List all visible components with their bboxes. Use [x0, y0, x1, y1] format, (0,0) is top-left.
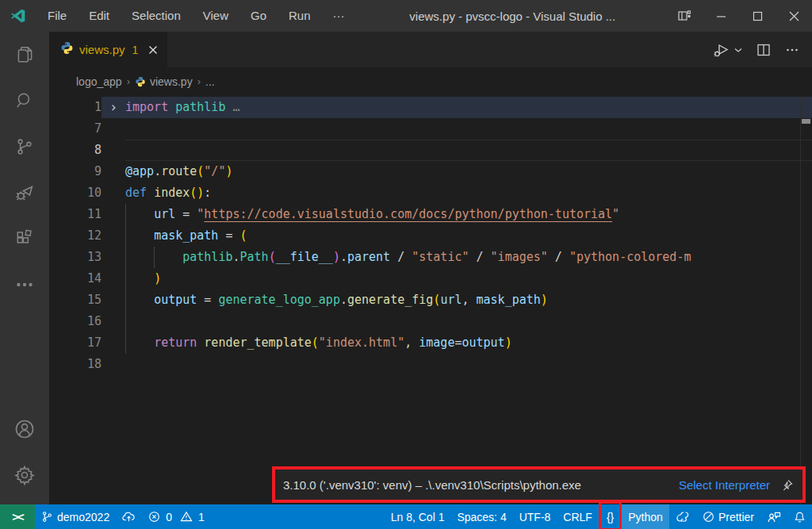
fold-gutter — [102, 247, 125, 268]
formatter-item[interactable]: Prettier — [696, 504, 760, 529]
fold-gutter — [102, 140, 125, 161]
tab-close-icon[interactable] — [148, 45, 158, 55]
split-editor-icon[interactable] — [756, 43, 771, 57]
language-mode-item[interactable]: Python — [622, 504, 669, 529]
remote-indicator[interactable]: >< — [0, 504, 35, 529]
language-mode-icon-annotated[interactable]: {} — [599, 501, 622, 529]
cursor-position-item[interactable]: Ln 8, Col 1 — [385, 504, 451, 529]
python-file-icon — [60, 41, 74, 58]
fold-gutter — [102, 204, 125, 225]
code-text: ) — [125, 268, 812, 289]
code-text — [125, 140, 812, 161]
line-number: 14 — [49, 268, 102, 289]
code-line-11[interactable]: 11 url = "https://code.visualstudio.com/… — [49, 204, 812, 225]
menu-edit[interactable]: Edit — [78, 0, 121, 32]
code-lines: 1›import pathlib …789@app.route("/")10de… — [49, 97, 812, 375]
tab-views-py[interactable]: views.py 1 — [49, 32, 167, 67]
fold-gutter — [102, 118, 125, 140]
code-text: def index(): — [125, 182, 812, 204]
editor-actions — [712, 32, 812, 67]
fold-chevron-icon[interactable]: › — [102, 97, 125, 118]
maximize-button[interactable] — [739, 0, 776, 32]
code-line-1[interactable]: 1›import pathlib … — [49, 97, 812, 118]
run-python-file-icon[interactable] — [712, 41, 742, 59]
code-editor[interactable]: 1›import pathlib …789@app.route("/")10de… — [49, 95, 812, 504]
line-number: 10 — [49, 182, 102, 204]
indentation-item[interactable]: Spaces: 4 — [450, 504, 512, 529]
customize-layout-icon[interactable] — [666, 0, 703, 32]
problems-item[interactable]: 0 1 — [142, 504, 211, 529]
line-number: 15 — [49, 289, 102, 311]
line-number: 1 — [49, 97, 102, 118]
fold-gutter — [102, 182, 125, 204]
python-file-icon — [135, 76, 146, 87]
tab-bar: views.py 1 — [49, 32, 812, 67]
settings-gear-icon[interactable] — [0, 452, 49, 498]
code-line-10[interactable]: 10def index(): — [49, 182, 812, 204]
line-number: 9 — [49, 161, 102, 182]
activity-bar — [0, 32, 49, 504]
encoding-item[interactable]: UTF-8 — [513, 504, 557, 529]
fold-gutter — [102, 332, 125, 354]
line-number: 8 — [49, 140, 102, 161]
publish-changes-item[interactable] — [116, 504, 142, 529]
menu-file[interactable]: File — [36, 0, 78, 32]
error-icon — [148, 511, 160, 523]
code-line-15[interactable]: 15 output = generate_logo_app.generate_f… — [49, 289, 812, 311]
source-control-icon[interactable] — [0, 124, 49, 170]
fold-gutter — [102, 225, 125, 247]
menu-selection[interactable]: Selection — [121, 0, 192, 32]
code-line-18[interactable]: 18 — [49, 354, 812, 375]
run-debug-icon[interactable] — [0, 170, 49, 216]
window-title: views.py - pvscc-logo - Visual Studio ..… — [356, 10, 666, 23]
prettier-disabled-icon — [703, 511, 714, 523]
code-text: output = generate_logo_app.generate_fig(… — [125, 289, 812, 311]
code-text: url = "https://code.visualstudio.com/doc… — [125, 204, 812, 225]
menu-more[interactable]: ··· — [322, 0, 356, 32]
line-number: 7 — [49, 118, 102, 140]
breadcrumb-separator: › — [127, 75, 130, 87]
git-branch-item[interactable]: demo2022 — [35, 504, 116, 529]
fold-gutter — [102, 289, 125, 311]
select-interpreter-link[interactable]: Select Interpreter — [679, 478, 770, 492]
account-icon[interactable] — [0, 406, 49, 452]
error-count: 0 — [166, 511, 172, 523]
menu-bar: File Edit Selection View Go Run ··· — [36, 0, 356, 32]
menu-view[interactable]: View — [192, 0, 239, 32]
squirrel-icon[interactable] — [669, 504, 696, 529]
code-line-9[interactable]: 9@app.route("/") — [49, 161, 812, 182]
code-line-16[interactable]: 16 — [49, 311, 812, 332]
more-actions-icon[interactable] — [785, 43, 799, 57]
breadcrumb-file[interactable]: views.py — [135, 75, 193, 88]
code-line-7[interactable]: 7 — [49, 118, 812, 140]
code-line-14[interactable]: 14 ) — [49, 268, 812, 289]
code-line-8[interactable]: 8 — [49, 140, 812, 161]
more-views-icon[interactable] — [0, 262, 49, 308]
search-icon[interactable] — [0, 78, 49, 124]
interpreter-hover-annotation: 3.10.0 ('.venv310': venv) – .\.venv310\S… — [272, 466, 806, 503]
notifications-bell-icon[interactable] — [787, 504, 812, 529]
line-number: 11 — [49, 204, 102, 225]
code-text — [125, 118, 812, 140]
vscode-logo-icon — [0, 8, 36, 24]
code-text: @app.route("/") — [125, 161, 812, 182]
breadcrumb: logo_app › views.py › ... — [49, 67, 812, 95]
feedback-icon[interactable] — [760, 504, 787, 529]
code-text: import pathlib … — [125, 97, 812, 118]
code-line-12[interactable]: 12 mask_path = ( — [49, 225, 812, 247]
breadcrumb-folder[interactable]: logo_app — [76, 75, 122, 88]
code-text: mask_path = ( — [125, 225, 812, 247]
explorer-icon[interactable] — [0, 32, 49, 78]
line-number: 13 — [49, 247, 102, 268]
breadcrumb-symbol[interactable]: ... — [205, 75, 215, 88]
menu-go[interactable]: Go — [239, 0, 278, 32]
close-button[interactable] — [776, 0, 812, 32]
eol-item[interactable]: CRLF — [557, 504, 599, 529]
pin-icon[interactable] — [770, 479, 802, 491]
code-line-13[interactable]: 13 pathlib.Path(__file__).parent / "stat… — [49, 247, 812, 268]
minimize-button[interactable] — [703, 0, 739, 32]
line-number: 17 — [49, 332, 102, 354]
menu-run[interactable]: Run — [278, 0, 322, 32]
code-line-17[interactable]: 17 return render_template("index.html", … — [49, 332, 812, 354]
extensions-icon[interactable] — [0, 216, 49, 262]
